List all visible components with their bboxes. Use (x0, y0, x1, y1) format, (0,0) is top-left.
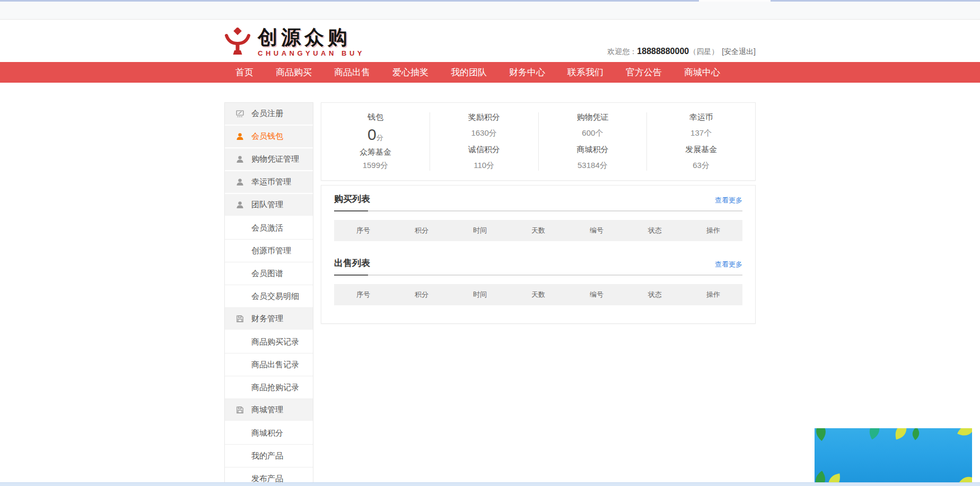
register-icon (235, 109, 244, 118)
section-title: 购买列表 (334, 193, 370, 205)
user-icon (235, 155, 244, 164)
nav-item[interactable]: 联系我们 (556, 62, 615, 83)
sidebar-item[interactable]: 商城管理 (225, 399, 313, 422)
sidebar-item[interactable]: 商品出售记录 (225, 354, 313, 376)
stat-label: 购物凭证 (539, 112, 647, 122)
sidebar-item[interactable]: 购物凭证管理 (225, 148, 313, 171)
section-title: 出售列表 (334, 257, 370, 269)
sidebar-item[interactable]: 会员图谱 (225, 262, 313, 285)
sidebar-item[interactable]: 商品购买记录 (225, 331, 313, 354)
table-header-cell: 状态 (626, 290, 684, 299)
nav-item[interactable]: 财务中心 (498, 62, 556, 83)
sidebar-item[interactable]: 创源币管理 (225, 240, 313, 262)
table-header-cell: 积分 (392, 290, 451, 299)
table-header-cell: 时间 (451, 226, 509, 235)
save-icon (235, 314, 244, 323)
nav-item[interactable]: 商城中心 (673, 62, 731, 83)
nav-bar: 首页商品购买商品出售爱心抽奖我的团队财务中心联系我们官方公告商城中心 (0, 62, 980, 83)
sidebar-item[interactable]: 幸运币管理 (225, 171, 313, 194)
sidebar-item[interactable]: 我的产品 (225, 445, 313, 467)
table-header-row: 序号积分时间天数编号状态操作 (334, 284, 742, 305)
nav-item[interactable]: 商品出售 (323, 62, 381, 83)
nav-item[interactable]: 官方公告 (615, 62, 673, 83)
nav-item[interactable]: 商品购买 (265, 62, 323, 83)
logo-subtitle: CHUANGYUAN BUY (258, 49, 365, 57)
logout-link[interactable]: [安全退出] (722, 47, 756, 56)
leaf-icon (864, 428, 886, 441)
stat-column: 幸运币 137个 发展基金 63分 (646, 112, 755, 171)
stat-column: 购物凭证 600个 商城积分 53184分 (538, 112, 647, 171)
sidebar-item[interactable]: 会员激活 (225, 217, 313, 240)
top-edge-line-gap (699, 0, 771, 2)
leaf-icon (956, 428, 972, 441)
stat-label: 众筹基金 (321, 147, 430, 157)
bottom-strip (0, 482, 980, 486)
sidebar-item[interactable]: 财务管理 (225, 308, 313, 331)
sidebar-item[interactable]: 商城积分 (225, 422, 313, 445)
stat-label: 诚信积分 (430, 145, 538, 155)
nav-item[interactable]: 我的团队 (440, 62, 498, 83)
logo[interactable]: 创源众购 CHUANGYUAN BUY (224, 28, 365, 57)
welcome-phone: 18888880000 (637, 47, 689, 56)
user-icon (235, 200, 244, 209)
customer-service-widget[interactable] (815, 428, 972, 483)
sidebar-item[interactable]: 会员钱包 (225, 126, 313, 148)
user-icon (235, 132, 244, 141)
stat-value: 53184分 (539, 161, 647, 171)
leaf-icon (957, 471, 972, 483)
table-header-cell: 序号 (334, 226, 392, 235)
sidebar-item[interactable]: 会员交易明细 (225, 285, 313, 308)
table-header-cell: 状态 (626, 226, 684, 235)
order-lists-panel: 购买列表 查看更多 序号积分时间天数编号状态操作 出售列表 查看更多 序号积分时… (321, 185, 756, 324)
stat-label: 幸运币 (647, 112, 755, 122)
top-strip (0, 0, 980, 20)
user-icon (235, 178, 244, 187)
nav-item[interactable]: 爱心抽奖 (381, 62, 440, 83)
sidebar-item[interactable]: 会员注册 (225, 103, 313, 126)
save-icon (235, 405, 244, 414)
table-header-cell: 时间 (451, 290, 509, 299)
leaf-icon (825, 472, 844, 483)
welcome-text: 欢迎您：18888880000（四星）[安全退出] (607, 47, 756, 62)
leaf-icon (815, 428, 832, 443)
leaf-icon (908, 428, 924, 441)
welcome-prefix: 欢迎您： (607, 47, 637, 56)
wallet-stats-panel: 钱包 0分 众筹基金 1599分 奖励积分 1630分 诚信积分 110分 购物… (321, 102, 756, 181)
stat-value: 600个 (539, 128, 647, 138)
table-header-cell: 操作 (684, 226, 742, 235)
table-header-cell: 序号 (334, 290, 392, 299)
stat-value: 0分 (321, 126, 430, 144)
view-more-link[interactable]: 查看更多 (715, 260, 742, 269)
stat-value: 110分 (430, 161, 538, 171)
leaf-icon (891, 428, 911, 441)
table-header-row: 序号积分时间天数编号状态操作 (334, 220, 742, 241)
welcome-level: （四星） (689, 47, 719, 56)
sidebar: 会员注册 会员钱包 购物凭证管理 幸运币管理 团队管理 会员激活 创源币管理 会… (224, 102, 313, 486)
header: 创源众购 CHUANGYUAN BUY 欢迎您：18888880000（四星）[… (0, 20, 980, 62)
list-section: 出售列表 查看更多 序号积分时间天数编号状态操作 (334, 257, 742, 305)
list-section: 购买列表 查看更多 序号积分时间天数编号状态操作 (334, 193, 742, 241)
logo-icon (224, 28, 251, 57)
stat-label: 奖励积分 (430, 112, 538, 122)
nav-item[interactable]: 首页 (224, 62, 265, 83)
stat-label: 商城积分 (539, 145, 647, 155)
stat-value: 1599分 (321, 161, 430, 171)
view-more-link[interactable]: 查看更多 (715, 196, 742, 205)
stat-column: 奖励积分 1630分 诚信积分 110分 (430, 112, 538, 171)
stat-value: 137个 (647, 128, 755, 138)
table-header-cell: 天数 (509, 290, 567, 299)
sidebar-item[interactable]: 团队管理 (225, 194, 313, 217)
logo-title: 创源众购 (258, 28, 365, 47)
table-header-cell: 编号 (567, 226, 626, 235)
stat-value: 1630分 (430, 128, 538, 138)
stat-column: 钱包 0分 众筹基金 1599分 (321, 112, 430, 171)
stat-value: 63分 (647, 161, 755, 171)
table-header-cell: 天数 (509, 226, 567, 235)
top-edge-line (0, 0, 980, 2)
stat-label: 发展基金 (647, 145, 755, 155)
table-header-cell: 操作 (684, 290, 742, 299)
stat-label: 钱包 (321, 112, 430, 122)
sidebar-item[interactable]: 商品抢购记录 (225, 376, 313, 399)
table-header-cell: 编号 (567, 290, 626, 299)
table-header-cell: 积分 (392, 226, 451, 235)
